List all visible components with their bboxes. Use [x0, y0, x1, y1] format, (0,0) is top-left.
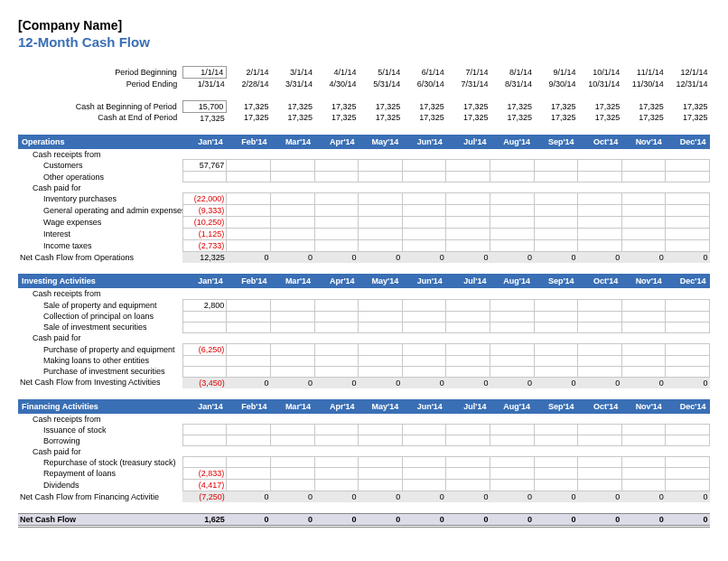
financing-receipt-1-cell[interactable]: [534, 435, 578, 446]
operations-receipt-1-cell[interactable]: [359, 172, 403, 182]
financing-paid-1-cell[interactable]: [227, 468, 271, 480]
operations-receipt-1-cell[interactable]: [270, 172, 314, 182]
investing-receipt-2-cell[interactable]: [227, 322, 271, 332]
financing-receipt-0-cell[interactable]: [402, 425, 446, 435]
operations-receipt-0-cell[interactable]: [578, 160, 622, 172]
investing-paid-2-cell[interactable]: [359, 366, 403, 377]
operations-receipt-0-cell[interactable]: [490, 160, 534, 172]
investing-paid-2-cell[interactable]: [314, 366, 359, 377]
investing-receipt-2-cell[interactable]: [402, 322, 446, 332]
operations-paid-0-cell[interactable]: [621, 193, 666, 205]
investing-paid-0-cell[interactable]: [621, 343, 666, 355]
investing-receipt-2-cell[interactable]: [534, 322, 578, 332]
operations-paid-1-cell[interactable]: [359, 205, 403, 217]
financing-receipt-1-cell[interactable]: [227, 435, 271, 446]
operations-paid-4-cell[interactable]: (2,733): [182, 240, 227, 252]
operations-paid-2-cell[interactable]: [578, 217, 622, 229]
operations-paid-0-cell[interactable]: [578, 193, 622, 205]
operations-paid-4-cell[interactable]: [666, 240, 710, 252]
financing-receipt-1-cell[interactable]: [490, 435, 534, 446]
investing-receipt-1-cell[interactable]: [446, 311, 490, 322]
financing-paid-0-cell[interactable]: [182, 457, 227, 468]
financing-paid-1-cell[interactable]: [446, 468, 490, 480]
financing-paid-2-cell[interactable]: [534, 480, 578, 491]
investing-paid-0-cell[interactable]: [578, 343, 622, 355]
financing-receipt-0-cell[interactable]: [621, 425, 666, 435]
operations-paid-1-cell[interactable]: [402, 205, 446, 217]
operations-receipt-0-cell[interactable]: 57,767: [182, 160, 227, 172]
investing-receipt-1-cell[interactable]: [490, 311, 534, 322]
investing-paid-1-cell[interactable]: [666, 355, 710, 366]
operations-receipt-0-cell[interactable]: [402, 160, 446, 172]
investing-receipt-0-cell[interactable]: [490, 299, 534, 311]
investing-receipt-0-cell[interactable]: [314, 299, 359, 311]
financing-receipt-0-cell[interactable]: [314, 425, 359, 435]
investing-paid-1-cell[interactable]: [270, 355, 314, 366]
investing-paid-1-cell[interactable]: [490, 355, 534, 366]
investing-paid-1-cell[interactable]: [621, 355, 666, 366]
financing-paid-2-cell[interactable]: [314, 480, 359, 491]
investing-paid-2-cell[interactable]: [182, 366, 227, 377]
financing-paid-2-cell[interactable]: [402, 480, 446, 491]
financing-paid-2-cell[interactable]: [359, 480, 403, 491]
operations-paid-3-cell[interactable]: [490, 229, 534, 240]
investing-paid-0-cell[interactable]: [314, 343, 359, 355]
financing-paid-0-cell[interactable]: [270, 457, 314, 468]
operations-paid-2-cell[interactable]: [359, 217, 403, 229]
investing-paid-1-cell[interactable]: [578, 355, 622, 366]
financing-receipt-1-cell[interactable]: [621, 435, 666, 446]
financing-paid-0-cell[interactable]: [359, 457, 403, 468]
investing-receipt-0-cell[interactable]: [621, 299, 666, 311]
investing-paid-0-cell[interactable]: [534, 343, 578, 355]
financing-paid-0-cell[interactable]: [446, 457, 490, 468]
operations-paid-0-cell[interactable]: [314, 193, 359, 205]
operations-paid-2-cell[interactable]: [621, 217, 666, 229]
operations-paid-4-cell[interactable]: [534, 240, 578, 252]
investing-receipt-1-cell[interactable]: [182, 311, 227, 322]
investing-receipt-1-cell[interactable]: [359, 311, 403, 322]
investing-paid-0-cell[interactable]: [490, 343, 534, 355]
operations-paid-1-cell[interactable]: [314, 205, 359, 217]
investing-paid-1-cell[interactable]: [359, 355, 403, 366]
financing-paid-0-cell[interactable]: [314, 457, 359, 468]
investing-paid-2-cell[interactable]: [490, 366, 534, 377]
operations-paid-3-cell[interactable]: [314, 229, 359, 240]
operations-paid-1-cell[interactable]: [270, 205, 314, 217]
operations-receipt-0-cell[interactable]: [534, 160, 578, 172]
investing-paid-2-cell[interactable]: [534, 366, 578, 377]
investing-paid-2-cell[interactable]: [446, 366, 490, 377]
operations-paid-4-cell[interactable]: [314, 240, 359, 252]
operations-paid-4-cell[interactable]: [359, 240, 403, 252]
operations-paid-1-cell[interactable]: [666, 205, 710, 217]
operations-paid-4-cell[interactable]: [621, 240, 666, 252]
operations-receipt-1-cell[interactable]: [446, 172, 490, 182]
financing-paid-1-cell[interactable]: (2,833): [182, 468, 227, 480]
financing-paid-1-cell[interactable]: [314, 468, 359, 480]
operations-paid-2-cell[interactable]: [534, 217, 578, 229]
operations-paid-3-cell[interactable]: [227, 229, 271, 240]
operations-receipt-1-cell[interactable]: [666, 172, 710, 182]
financing-receipt-1-cell[interactable]: [578, 435, 622, 446]
financing-receipt-0-cell[interactable]: [578, 425, 622, 435]
investing-receipt-0-cell[interactable]: [578, 299, 622, 311]
operations-receipt-1-cell[interactable]: [490, 172, 534, 182]
investing-paid-0-cell[interactable]: (6,250): [182, 343, 227, 355]
operations-paid-4-cell[interactable]: [490, 240, 534, 252]
financing-paid-2-cell[interactable]: [490, 480, 534, 491]
operations-receipt-0-cell[interactable]: [314, 160, 359, 172]
operations-paid-0-cell[interactable]: [490, 193, 534, 205]
operations-paid-4-cell[interactable]: [446, 240, 490, 252]
financing-paid-2-cell[interactable]: (4,417): [182, 480, 227, 491]
financing-paid-0-cell[interactable]: [666, 457, 710, 468]
operations-paid-3-cell[interactable]: [402, 229, 446, 240]
investing-paid-2-cell[interactable]: [227, 366, 271, 377]
operations-receipt-1-cell[interactable]: [182, 172, 227, 182]
investing-receipt-0-cell[interactable]: [446, 299, 490, 311]
financing-receipt-0-cell[interactable]: [666, 425, 710, 435]
financing-paid-0-cell[interactable]: [402, 457, 446, 468]
operations-paid-4-cell[interactable]: [270, 240, 314, 252]
investing-receipt-1-cell[interactable]: [227, 311, 271, 322]
operations-paid-1-cell[interactable]: [578, 205, 622, 217]
investing-paid-0-cell[interactable]: [446, 343, 490, 355]
investing-receipt-2-cell[interactable]: [666, 322, 710, 332]
